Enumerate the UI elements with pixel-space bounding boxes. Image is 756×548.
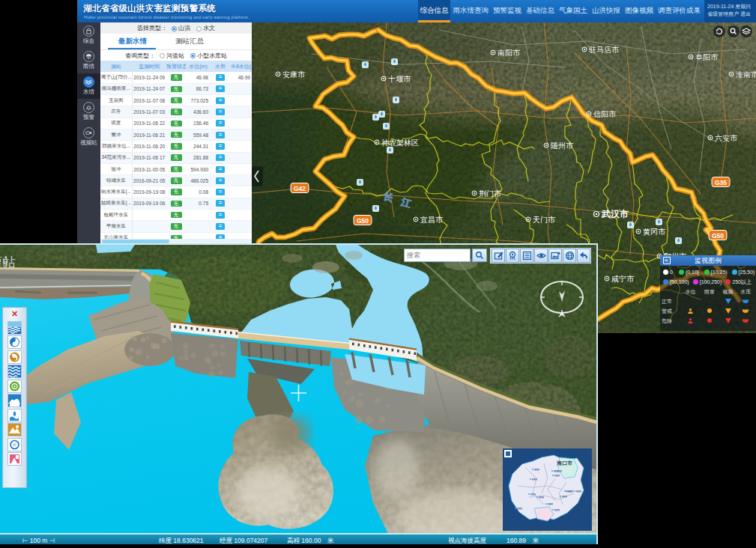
svg-text:海口市: 海口市 [556,460,572,466]
svg-text:阜阳市: 阜阳市 [695,53,719,61]
svg-text:G50: G50 [712,232,724,240]
svg-text:南阳市: 南阳市 [498,49,521,57]
svg-text:G42: G42 [294,185,306,192]
svg-text:淮南市: 淮南市 [736,70,756,79]
svg-text:十堰市: 十堰市 [387,75,411,83]
svg-text:天门市: 天门市 [533,216,556,224]
svg-text:武汉市: 武汉市 [601,209,629,219]
svg-text:G50: G50 [357,217,369,225]
svg-text:六安市: 六安市 [715,134,738,142]
svg-text:荆门市: 荆门市 [479,189,502,198]
svg-text:信阳市: 信阳市 [593,110,617,118]
svg-text:黄冈市: 黄冈市 [643,228,666,236]
svg-text:G35: G35 [715,179,727,186]
svg-text:随州市: 随州市 [551,141,574,150]
svg-text:宜昌市: 宜昌市 [420,216,444,224]
svg-text:剅: 剅 [0,255,7,270]
svg-text:咸宁市: 咸宁市 [611,275,635,283]
svg-text:安康市: 安康市 [282,70,306,79]
svg-text:驻马店市: 驻马店市 [588,46,620,54]
svg-text:神农架林区: 神农架林区 [381,138,419,147]
